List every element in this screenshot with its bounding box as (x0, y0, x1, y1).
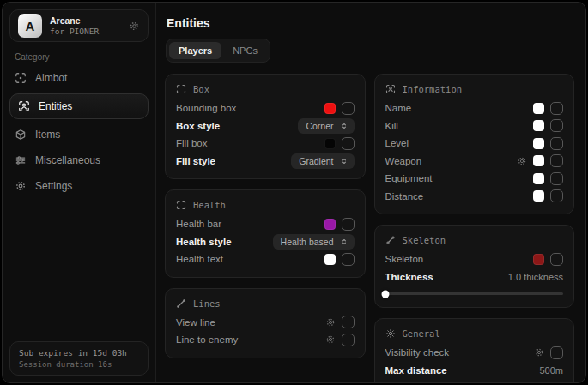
left-column: Box Bounding box Box style Corner (165, 74, 366, 383)
level-color-swatch[interactable] (533, 138, 544, 149)
sidebar-item-settings[interactable]: Settings (3, 173, 155, 199)
name-color-swatch[interactable] (533, 103, 544, 114)
fill-style-label: Fill style (176, 156, 291, 166)
health-card: Health Health bar Health style Health ba… (165, 189, 366, 278)
health-text-label: Health text (176, 254, 324, 264)
fill-box-color-swatch[interactable] (324, 138, 336, 149)
thickness-slider-thumb[interactable] (381, 290, 389, 298)
page-title: Entities (167, 16, 574, 30)
line-to-enemy-gear-icon[interactable] (325, 334, 336, 345)
scan-person-icon (18, 100, 30, 112)
level-checkbox[interactable] (550, 137, 563, 150)
sidebar-item-aimbot[interactable]: Aimbot (3, 65, 155, 91)
sidebar-item-label: Entities (39, 100, 72, 112)
sidebar-item-miscellaneous[interactable]: Miscellaneous (3, 147, 155, 173)
lines-card-header: Lines (176, 298, 355, 309)
weapon-color-swatch[interactable] (533, 155, 544, 166)
skeleton-card: Skeleton Skeleton Thickness 1.0 thicknes… (374, 225, 575, 308)
health-text-color-swatch[interactable] (324, 254, 336, 265)
information-card-title: Information (403, 84, 463, 94)
subscription-info: Sub expires in 15d 03h Session duration … (9, 341, 149, 376)
bone-icon (385, 235, 396, 245)
lines-card: Lines View line Line to enemy (165, 288, 366, 358)
name-row: Name (385, 99, 564, 117)
line-icon (176, 298, 186, 309)
general-card-header: General (385, 328, 564, 339)
bounding-box-row: Bounding box (176, 99, 355, 117)
health-bar-checkbox[interactable] (342, 218, 355, 231)
health-style-dropdown[interactable]: Health based (273, 234, 355, 250)
health-bar-row: Health bar (176, 215, 355, 233)
sidebar-nav: Aimbot Entities Items Miscellaneous Sett… (3, 65, 155, 199)
distance-row: Distance (385, 188, 564, 206)
fill-style-row: Fill style Gradient (176, 153, 355, 171)
sidebar: A Arcane for PIONER Category Aimbot Enti… (3, 3, 156, 382)
app-name: Arcane (50, 15, 121, 27)
health-style-label: Health style (176, 237, 273, 247)
line-to-enemy-checkbox[interactable] (342, 334, 355, 346)
line-to-enemy-row: Line to enemy (176, 331, 355, 349)
thickness-slider[interactable] (385, 292, 564, 295)
distance-color-swatch[interactable] (533, 190, 544, 202)
tab-npcs[interactable]: NPCs (223, 42, 267, 59)
box-style-row: Box style Corner (176, 117, 355, 135)
sidebar-item-entities[interactable]: Entities (9, 93, 149, 119)
skeleton-color-swatch[interactable] (533, 254, 544, 265)
tab-bar: Players NPCs (166, 39, 270, 63)
health-text-checkbox[interactable] (342, 253, 355, 266)
skeleton-row: Skeleton (385, 250, 564, 268)
cube-icon (15, 129, 27, 141)
box-style-value: Corner (306, 121, 333, 131)
sidebar-item-items[interactable]: Items (3, 122, 155, 147)
app-header: A Arcane for PIONER (9, 9, 149, 42)
health-style-value: Health based (281, 237, 334, 247)
session-duration-text: Session duration 16s (19, 360, 139, 369)
name-label: Name (385, 103, 534, 113)
kill-color-swatch[interactable] (533, 120, 544, 131)
equipment-checkbox[interactable] (550, 172, 563, 185)
weapon-row: Weapon (385, 153, 564, 171)
sidebar-item-label: Items (35, 129, 60, 141)
fill-style-dropdown[interactable]: Gradient (291, 153, 354, 169)
brackets-icon (176, 200, 186, 210)
thickness-row: Thickness 1.0 thickness (385, 268, 564, 286)
crosshair-icon (15, 72, 27, 84)
distance-checkbox[interactable] (550, 189, 563, 202)
weapon-gear-icon[interactable] (517, 156, 527, 166)
fill-box-checkbox[interactable] (342, 137, 355, 150)
visibility-check-checkbox[interactable] (550, 346, 563, 359)
visibility-check-gear-icon[interactable] (534, 347, 544, 358)
view-line-checkbox[interactable] (342, 316, 355, 328)
sliders-icon (15, 154, 27, 166)
view-line-label: View line (176, 317, 325, 328)
box-style-dropdown[interactable]: Corner (298, 118, 354, 134)
visibility-check-row: Visibility check (385, 344, 564, 362)
category-label: Category (15, 52, 143, 62)
health-card-title: Health (193, 200, 226, 210)
health-card-header: Health (176, 200, 355, 210)
max-distance-row: Max distance 500m (385, 362, 564, 380)
app-subtitle: for PIONER (50, 27, 121, 37)
kill-row: Kill (385, 117, 564, 135)
tab-players[interactable]: Players (169, 42, 221, 59)
line-to-enemy-label: Line to enemy (176, 334, 325, 345)
health-bar-color-swatch[interactable] (324, 219, 336, 230)
skeleton-checkbox[interactable] (550, 253, 563, 266)
weapon-label: Weapon (385, 156, 518, 166)
header-gear-icon[interactable] (129, 21, 140, 32)
chevron-up-down-icon (340, 238, 349, 246)
bounding-box-checkbox[interactable] (342, 102, 355, 115)
sidebar-item-label: Aimbot (35, 72, 67, 84)
fill-box-label: Fill box (176, 138, 324, 148)
kill-checkbox[interactable] (550, 119, 563, 132)
skeleton-card-title: Skeleton (403, 235, 446, 245)
equipment-label: Equipment (385, 173, 534, 183)
equipment-color-swatch[interactable] (533, 173, 544, 184)
name-checkbox[interactable] (550, 102, 563, 115)
bounding-box-color-swatch[interactable] (324, 103, 336, 114)
weapon-checkbox[interactable] (550, 154, 563, 167)
app-logo: A (18, 14, 42, 38)
view-line-gear-icon[interactable] (325, 317, 336, 328)
fill-style-value: Gradient (299, 156, 333, 166)
distance-label: Distance (385, 191, 534, 202)
